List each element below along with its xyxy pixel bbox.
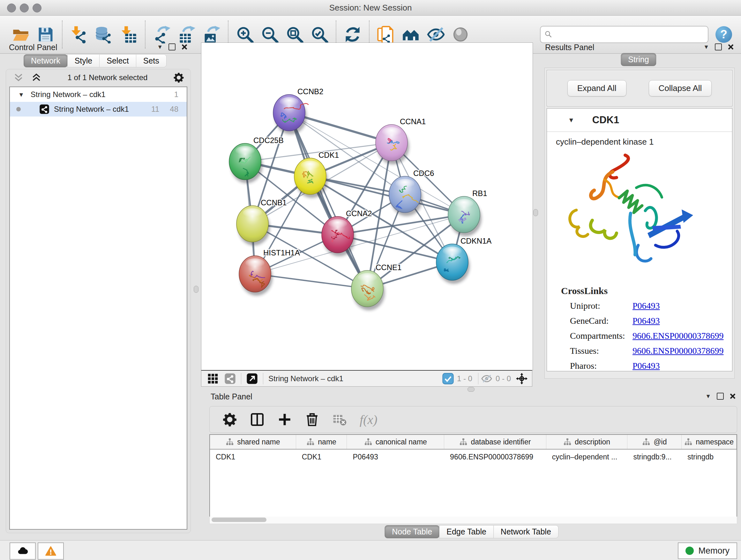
network-node-rb1[interactable]: RB1 xyxy=(448,189,487,236)
column-header-namespace[interactable]: namespace xyxy=(682,435,737,449)
network-badge-icon[interactable] xyxy=(224,373,236,384)
tab-string[interactable]: String xyxy=(621,53,656,66)
collapse-all-networks-icon[interactable] xyxy=(13,72,24,83)
network-tree-child-row-selected[interactable]: String Network – cdk1 11 48 xyxy=(10,102,187,117)
node-label: CDK1 xyxy=(319,151,339,159)
node-label: CDC25B xyxy=(253,136,284,145)
warning-button[interactable] xyxy=(38,543,64,560)
show-columns-icon[interactable] xyxy=(250,412,265,427)
crosslink-row: Uniprot: P06493 xyxy=(547,298,732,313)
column-header-shared-name[interactable]: shared name xyxy=(210,435,296,449)
network-canvas[interactable]: CCNB2 CCNA1 CDC25B CDK1 CDC6 RB1 CCNB1 C… xyxy=(201,43,533,370)
cloud-icon xyxy=(17,546,28,557)
table-row[interactable]: CDK1CDK1P064939606.ENSP00000378699cyclin… xyxy=(210,449,737,464)
collapse-all-button[interactable]: Collapse All xyxy=(649,80,712,97)
memory-label: Memory xyxy=(698,546,730,556)
crosslink-label: Uniprot: xyxy=(570,301,632,311)
table-panel: Table Panel ▼ f(x) shared namenamecanoni… xyxy=(202,391,741,540)
control-panel: Control Panel ▼ Network Style Select Set… xyxy=(3,42,192,533)
tab-select[interactable]: Select xyxy=(99,54,136,67)
crosslink-link[interactable]: 9606.ENSP00000378699 xyxy=(632,331,724,341)
network-tree-root-row[interactable]: ▼ String Network – cdk1 1 xyxy=(10,87,187,102)
warning-icon xyxy=(45,546,56,557)
table-panel-controls: ▼ xyxy=(705,393,736,400)
float-panel-icon[interactable] xyxy=(169,44,176,51)
node-label: CCNB1 xyxy=(261,198,286,207)
column-header-database-identifier[interactable]: database identifier xyxy=(444,435,546,449)
crosslink-link[interactable]: 9606.ENSP00000378699 xyxy=(632,346,724,356)
network-node-ccna1[interactable]: CCNA1 xyxy=(376,117,426,165)
close-panel-icon[interactable] xyxy=(728,44,734,50)
control-panel-title: Control Panel xyxy=(9,43,57,52)
collection-count: 1 xyxy=(174,90,179,99)
cdk1-entry-header[interactable]: ▼ CDK1 xyxy=(547,109,732,132)
selected-counts: 1 - 0 xyxy=(457,374,472,383)
network-node-cdkn1a[interactable]: CDKN1A xyxy=(436,237,491,284)
search-box[interactable] xyxy=(540,26,709,43)
scrollbar-thumb[interactable] xyxy=(212,517,266,522)
crosslink-link[interactable]: P06493 xyxy=(632,316,660,326)
network-collection-label: String Network – cdk1 xyxy=(30,90,106,99)
float-panel-icon[interactable] xyxy=(715,44,722,51)
add-column-icon[interactable] xyxy=(277,412,292,427)
grid-view-icon[interactable] xyxy=(207,373,219,384)
close-panel-icon[interactable] xyxy=(730,393,736,399)
node-label: CDKN1A xyxy=(461,237,491,245)
network-node-ccnb2[interactable]: CCNB2 xyxy=(273,87,323,134)
tree-expand-icon[interactable]: ▼ xyxy=(18,91,24,98)
table-toolbar: f(x) xyxy=(209,406,737,433)
column-header--id[interactable]: @id xyxy=(627,435,682,449)
network-node-cdk1[interactable]: CDK1 xyxy=(294,151,339,198)
network-share-icon xyxy=(39,104,50,114)
tab-network-table[interactable]: Network Table xyxy=(493,525,558,538)
expand-all-networks-icon[interactable] xyxy=(31,72,42,83)
crosslink-link[interactable]: P06493 xyxy=(632,301,660,311)
network-node-cdc6[interactable]: CDC6 xyxy=(389,169,434,216)
network-node-hist1h1a[interactable]: HIST1H1A xyxy=(239,248,300,296)
column-header-canonical-name[interactable]: canonical name xyxy=(347,435,444,449)
network-selection-status: 1 of 1 Network selected xyxy=(42,73,173,82)
panel-menu-icon[interactable]: ▼ xyxy=(705,393,711,399)
table-horizontal-scrollbar[interactable] xyxy=(209,516,737,524)
table-cell: cyclin–dependent ... xyxy=(546,453,628,461)
crosslink-label: GeneCard: xyxy=(570,316,632,326)
network-edge[interactable] xyxy=(255,214,464,274)
node-table[interactable]: shared namenamecanonical namedatabase id… xyxy=(209,434,737,518)
entry-name: CDK1 xyxy=(592,114,619,126)
splitter-handle-left[interactable] xyxy=(194,286,199,293)
crosslink-link[interactable]: P06493 xyxy=(632,361,660,371)
results-panel: Results Panel ▼ String Expand All Collap… xyxy=(539,42,738,379)
splitter-handle-right[interactable] xyxy=(533,209,538,216)
network-edge[interactable] xyxy=(289,113,367,289)
delete-column-icon[interactable] xyxy=(305,412,320,427)
table-cell: stringdb:9... xyxy=(627,453,682,461)
tab-node-table[interactable]: Node Table xyxy=(385,525,440,538)
crosslinks-list: Uniprot: P06493GeneCard: P06493Compartme… xyxy=(547,298,732,373)
memory-button[interactable]: Memory xyxy=(678,543,737,559)
window-title: Session: New Session xyxy=(0,3,741,13)
entry-collapse-icon[interactable]: ▼ xyxy=(568,117,575,123)
status-bar: Memory xyxy=(0,540,741,560)
expand-all-button[interactable]: Expand All xyxy=(567,80,626,97)
network-view-title: String Network – cdk1 xyxy=(268,374,343,383)
help-button[interactable]: ? xyxy=(716,26,732,43)
detach-view-icon[interactable] xyxy=(246,373,258,384)
close-panel-icon[interactable] xyxy=(181,44,188,50)
panel-menu-icon[interactable]: ▼ xyxy=(157,44,163,50)
tab-edge-table[interactable]: Edge Table xyxy=(439,525,494,538)
tab-sets[interactable]: Sets xyxy=(136,54,166,67)
selected-checkbox-icon[interactable] xyxy=(442,373,454,384)
tab-style[interactable]: Style xyxy=(67,54,100,67)
network-node-cdc25b[interactable]: CDC25B xyxy=(229,136,284,183)
panel-menu-icon[interactable]: ▼ xyxy=(703,44,709,50)
float-panel-icon[interactable] xyxy=(717,393,724,400)
table-options-gear-icon[interactable] xyxy=(222,412,237,427)
column-header-name[interactable]: name xyxy=(296,435,347,449)
search-icon xyxy=(544,30,553,39)
birdseye-navigator-icon[interactable] xyxy=(516,373,528,384)
cloud-button[interactable] xyxy=(10,543,36,560)
search-input[interactable] xyxy=(556,30,704,39)
column-header-description[interactable]: description xyxy=(546,435,628,449)
tab-network[interactable]: Network xyxy=(23,54,68,67)
network-options-gear-icon[interactable] xyxy=(173,72,184,83)
